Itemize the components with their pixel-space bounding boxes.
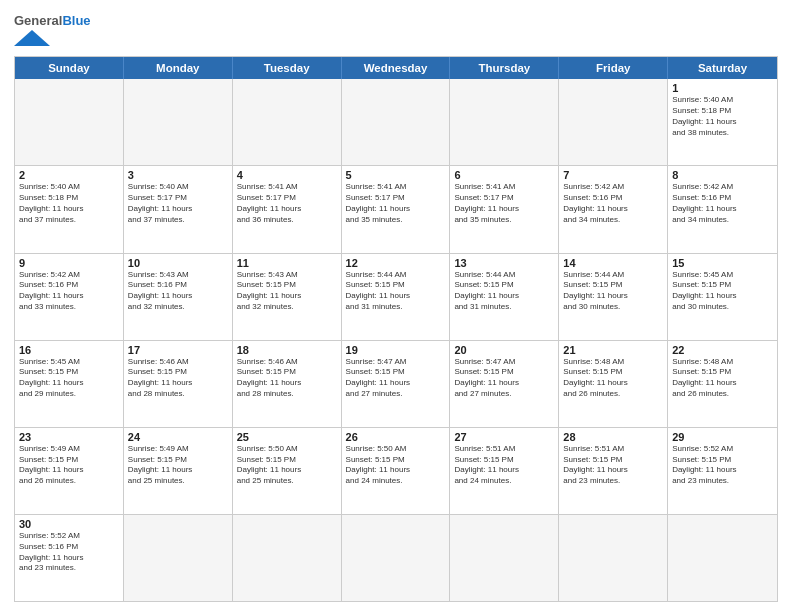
cell-info-line: Sunset: 5:15 PM [672,280,773,291]
calendar-row: 23Sunrise: 5:49 AMSunset: 5:15 PMDayligh… [15,427,777,514]
cell-info-line: Sunset: 5:15 PM [19,455,119,466]
day-cell-20: 20Sunrise: 5:47 AMSunset: 5:15 PMDayligh… [450,341,559,427]
empty-cell [342,79,451,165]
cell-info-line: and 37 minutes. [128,215,228,226]
day-cell-17: 17Sunrise: 5:46 AMSunset: 5:15 PMDayligh… [124,341,233,427]
cell-info-line: Sunrise: 5:44 AM [454,270,554,281]
cell-info-line: Daylight: 11 hours [19,204,119,215]
day-number: 29 [672,431,773,443]
cell-info-line: Sunset: 5:17 PM [454,193,554,204]
cell-info-line: Sunrise: 5:49 AM [128,444,228,455]
cell-info-line: Daylight: 11 hours [563,465,663,476]
cell-info-line: and 28 minutes. [237,389,337,400]
day-number: 6 [454,169,554,181]
cell-info-line: Sunset: 5:15 PM [563,367,663,378]
day-number: 7 [563,169,663,181]
cell-info-line: Sunrise: 5:50 AM [237,444,337,455]
cell-info-line: Sunrise: 5:43 AM [128,270,228,281]
day-number: 9 [19,257,119,269]
day-number: 14 [563,257,663,269]
cell-info-line: Sunrise: 5:46 AM [237,357,337,368]
cell-info-line: Daylight: 11 hours [237,204,337,215]
cell-info-line: and 28 minutes. [128,389,228,400]
calendar: SundayMondayTuesdayWednesdayThursdayFrid… [14,56,778,602]
svg-marker-0 [14,30,50,46]
cell-info-line: Sunset: 5:15 PM [346,367,446,378]
calendar-header: SundayMondayTuesdayWednesdayThursdayFrid… [15,57,777,79]
cell-info-line: Sunrise: 5:43 AM [237,270,337,281]
empty-cell [124,515,233,601]
day-cell-4: 4Sunrise: 5:41 AMSunset: 5:17 PMDaylight… [233,166,342,252]
day-number: 4 [237,169,337,181]
day-number: 28 [563,431,663,443]
day-cell-26: 26Sunrise: 5:50 AMSunset: 5:15 PMDayligh… [342,428,451,514]
day-number: 11 [237,257,337,269]
cell-info-line: and 24 minutes. [454,476,554,487]
day-cell-10: 10Sunrise: 5:43 AMSunset: 5:16 PMDayligh… [124,254,233,340]
cell-info-line: Sunset: 5:18 PM [672,106,773,117]
cell-info-line: and 32 minutes. [128,302,228,313]
cell-info-line: Daylight: 11 hours [346,378,446,389]
calendar-row: 16Sunrise: 5:45 AMSunset: 5:15 PMDayligh… [15,340,777,427]
day-cell-23: 23Sunrise: 5:49 AMSunset: 5:15 PMDayligh… [15,428,124,514]
cell-info-line: Daylight: 11 hours [346,291,446,302]
day-cell-18: 18Sunrise: 5:46 AMSunset: 5:15 PMDayligh… [233,341,342,427]
cell-info-line: Daylight: 11 hours [454,291,554,302]
day-header-sunday: Sunday [15,57,124,79]
cell-info-line: Sunset: 5:16 PM [19,280,119,291]
logo: GeneralBlue [14,14,91,52]
cell-info-line: Sunset: 5:17 PM [128,193,228,204]
cell-info-line: Sunset: 5:16 PM [672,193,773,204]
day-cell-12: 12Sunrise: 5:44 AMSunset: 5:15 PMDayligh… [342,254,451,340]
empty-cell [233,515,342,601]
cell-info-line: Daylight: 11 hours [563,204,663,215]
cell-info-line: Daylight: 11 hours [128,291,228,302]
cell-info-line: and 30 minutes. [672,302,773,313]
cell-info-line: Sunset: 5:18 PM [19,193,119,204]
day-number: 13 [454,257,554,269]
cell-info-line: and 32 minutes. [237,302,337,313]
empty-cell [342,515,451,601]
day-cell-21: 21Sunrise: 5:48 AMSunset: 5:15 PMDayligh… [559,341,668,427]
cell-info-line: Daylight: 11 hours [346,465,446,476]
day-cell-29: 29Sunrise: 5:52 AMSunset: 5:15 PMDayligh… [668,428,777,514]
cell-info-line: Daylight: 11 hours [672,117,773,128]
cell-info-line: Sunrise: 5:40 AM [19,182,119,193]
empty-cell [233,79,342,165]
cell-info-line: Sunset: 5:16 PM [19,542,119,553]
cell-info-line: and 26 minutes. [672,389,773,400]
day-cell-11: 11Sunrise: 5:43 AMSunset: 5:15 PMDayligh… [233,254,342,340]
cell-info-line: Daylight: 11 hours [672,204,773,215]
day-number: 27 [454,431,554,443]
day-cell-6: 6Sunrise: 5:41 AMSunset: 5:17 PMDaylight… [450,166,559,252]
cell-info-line: and 35 minutes. [454,215,554,226]
cell-info-line: Daylight: 11 hours [128,204,228,215]
cell-info-line: Sunrise: 5:42 AM [563,182,663,193]
cell-info-line: Sunrise: 5:52 AM [19,531,119,542]
cell-info-line: Daylight: 11 hours [672,378,773,389]
cell-info-line: Sunset: 5:17 PM [237,193,337,204]
cell-info-line: Sunset: 5:15 PM [237,367,337,378]
cell-info-line: Sunset: 5:15 PM [454,280,554,291]
day-number: 17 [128,344,228,356]
page: GeneralBlue SundayMondayTuesdayWednesday… [0,0,792,612]
day-cell-24: 24Sunrise: 5:49 AMSunset: 5:15 PMDayligh… [124,428,233,514]
cell-info-line: Sunset: 5:15 PM [454,455,554,466]
cell-info-line: and 24 minutes. [346,476,446,487]
day-cell-7: 7Sunrise: 5:42 AMSunset: 5:16 PMDaylight… [559,166,668,252]
day-cell-16: 16Sunrise: 5:45 AMSunset: 5:15 PMDayligh… [15,341,124,427]
empty-cell [450,515,559,601]
cell-info-line: Sunset: 5:15 PM [672,367,773,378]
cell-info-line: Daylight: 11 hours [237,465,337,476]
cell-info-line: Sunset: 5:15 PM [346,280,446,291]
cell-info-line: and 30 minutes. [563,302,663,313]
cell-info-line: and 37 minutes. [19,215,119,226]
day-header-thursday: Thursday [450,57,559,79]
day-number: 25 [237,431,337,443]
cell-info-line: Daylight: 11 hours [237,291,337,302]
cell-info-line: Sunset: 5:15 PM [346,455,446,466]
day-cell-5: 5Sunrise: 5:41 AMSunset: 5:17 PMDaylight… [342,166,451,252]
cell-info-line: Daylight: 11 hours [454,465,554,476]
day-cell-15: 15Sunrise: 5:45 AMSunset: 5:15 PMDayligh… [668,254,777,340]
cell-info-line: Sunrise: 5:42 AM [672,182,773,193]
